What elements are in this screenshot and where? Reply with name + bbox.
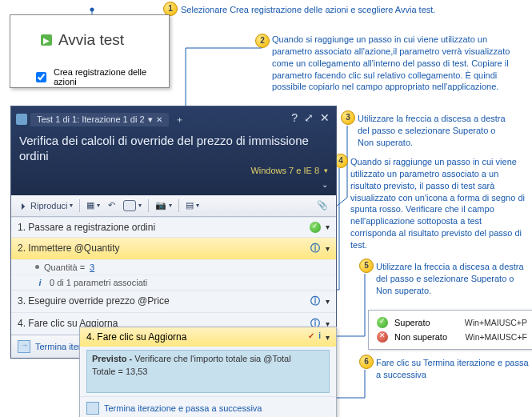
play-icon: ▶: [41, 34, 52, 46]
camera-icon[interactable]: 📷▾: [152, 198, 175, 212]
fail-icon: [377, 331, 388, 343]
step-1[interactable]: 1. Passare a registrazione ordini ▾: [11, 217, 336, 237]
callout-text-6: Fare clic su Termina iterazione e passa …: [376, 357, 532, 381]
callout-text-4: Quando si raggiunge un passo in cui vien…: [350, 156, 525, 251]
step-label: 1. Passare a registrazione ordini: [18, 222, 305, 233]
fail-label: Non superato: [394, 332, 458, 342]
callout-text-5: Utilizzare la freccia a discesa a destra…: [376, 261, 532, 297]
callout-badge-5: 5: [359, 259, 374, 273]
callout-text-3: Utilizzare la freccia a discesa a destra…: [358, 113, 514, 149]
doc-icon[interactable]: ▤▾: [182, 198, 202, 212]
attach-icon[interactable]: 📎: [314, 198, 331, 212]
chevron-down-icon[interactable]: ▾: [148, 114, 153, 125]
start-test-popout: ▶ Avvia test Crea registrazione delle az…: [10, 14, 170, 88]
detail-step-label: 4. Fare clic su Aggiorna: [86, 331, 305, 343]
bug-icon[interactable]: ▾: [120, 198, 145, 213]
start-test-button[interactable]: ▶ Avvia test: [41, 31, 124, 49]
runner-toolbar: ⏵ Riproduci ▾ ▦▾ ↶ ▾ 📷▾ ▤▾ 📎: [11, 195, 336, 217]
collapse-icon[interactable]: ⤢: [304, 111, 314, 124]
start-test-label: Avvia test: [58, 31, 124, 49]
pass-icon: [377, 317, 388, 328]
step-detail-card: 4. Fare clic su Aggiorna ▾ Previsto - Ve…: [79, 327, 337, 417]
detail-end-iteration-link[interactable]: Termina iterazione e passa a successiva: [80, 396, 336, 417]
pass-icon: [310, 222, 321, 233]
panel-icon: [16, 114, 27, 125]
expected-label: Previsto -: [92, 354, 132, 363]
test-runner-panel: ? ⤢ ✕ Test 1 di 1: Iterazione 1 di 2 ▾ ✕…: [10, 106, 337, 359]
expected-text: Verificare che l'importo totale sia @Tot…: [134, 354, 290, 363]
step-3[interactable]: 3. Eseguire override prezzo @Price ⓘ ▾: [11, 290, 336, 312]
step-dropdown[interactable]: ▾: [326, 244, 330, 253]
tab-close-icon[interactable]: ✕: [156, 115, 162, 124]
pass-label: Superato: [394, 318, 458, 327]
info-icon: ⓘ: [310, 295, 321, 308]
total-label: Totale =: [92, 367, 123, 376]
test-config: Windows 7 e IE 8: [250, 166, 319, 175]
param-label: Quantità =: [44, 263, 85, 272]
play-label: Riproduci: [30, 201, 67, 211]
step-dropdown[interactable]: ▾: [326, 223, 330, 231]
detail-end-iteration-label: Termina iterazione e passa a successiva: [104, 403, 262, 413]
runner-window-controls: ? ⤢ ✕: [291, 111, 330, 124]
bullet-icon: [35, 265, 39, 269]
callout-badge-3: 3: [341, 110, 355, 125]
callout-badge-2: 2: [255, 34, 270, 48]
test-tab[interactable]: Test 1 di 1: Iterazione 1 di 2 ▾ ✕: [30, 113, 169, 126]
param-value-link[interactable]: 3: [90, 263, 94, 272]
expected-result-icon: [310, 331, 321, 343]
info-icon: ⓘ: [310, 242, 321, 255]
pass-shortcut: Win+MAIUSC+P: [465, 318, 527, 327]
close-icon[interactable]: ✕: [320, 111, 330, 124]
tab-label: Test 1 di 1: Iterazione 1 di 2: [37, 114, 145, 124]
assoc-label: 0 di 1 parametri associati: [50, 278, 147, 287]
expected-result-box: Previsto - Verificare che l'importo tota…: [86, 350, 330, 393]
undo-icon[interactable]: ↶: [105, 198, 118, 212]
create-action-recording-checkbox[interactable]: Crea registrazione delle azioni: [33, 67, 169, 86]
callout-badge-6: 6: [359, 355, 374, 369]
step-2-param: Quantità = 3: [11, 259, 336, 275]
next-iteration-icon: [18, 340, 30, 353]
help-icon[interactable]: ?: [291, 111, 298, 124]
callout-text-1: Selezionare Crea registrazione delle azi…: [181, 4, 435, 16]
step-label: 3. Eseguire override prezzo @Price: [18, 295, 305, 307]
step-2-assoc: i 0 di 1 parametri associati: [11, 275, 336, 290]
toggle-a[interactable]: ▦▾: [83, 198, 103, 212]
create-action-recording-label: Crea registrazione delle azioni: [54, 67, 169, 86]
create-action-recording-input[interactable]: [36, 72, 46, 82]
test-title: Verifica dei calcoli di override del pre…: [11, 129, 336, 166]
detail-dropdown[interactable]: ▾: [326, 333, 330, 342]
play-dropdown[interactable]: ⏵ Riproduci ▾: [16, 199, 76, 212]
chevron-down-icon[interactable]: ▾: [324, 166, 328, 174]
total-value: 13,53: [126, 367, 148, 376]
next-iteration-icon: [86, 402, 99, 415]
step-list: 1. Passare a registrazione ordini ▾ 2. I…: [11, 217, 336, 335]
play-icon: ⏵: [19, 201, 28, 211]
fail-shortcut: Win+MAIUSC+F: [465, 332, 527, 342]
collapse-chevron-icon[interactable]: ⌄: [322, 180, 328, 189]
result-shortcut-legend: Superato Win+MAIUSC+P Non superato Win+M…: [368, 310, 532, 350]
callout-text-2: Quando si raggiunge un passo in cui vien…: [272, 34, 526, 93]
add-tab-button[interactable]: ＋: [172, 112, 187, 127]
step-2[interactable]: 2. Immettere @Quantity ⓘ ▾: [11, 237, 336, 259]
step-dropdown[interactable]: ▾: [326, 297, 330, 306]
svg-point-0: [90, 8, 94, 12]
info-icon: i: [35, 278, 45, 287]
step-label: 2. Immettere @Quantity: [18, 243, 305, 254]
